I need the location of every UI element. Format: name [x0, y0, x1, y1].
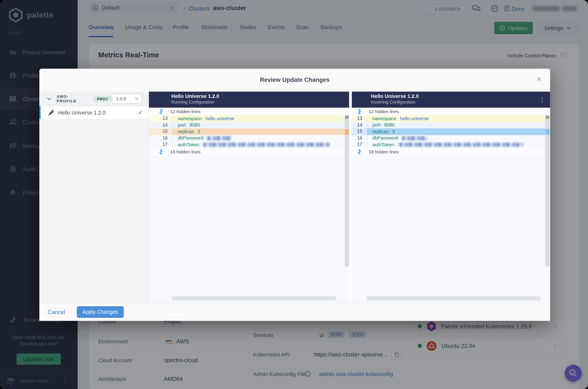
check-icon: ✓ [138, 110, 143, 116]
selected-indicator [39, 106, 40, 119]
modal-footer: Cancel Apply Changes [39, 302, 550, 321]
code-line: 16dbPassword: [352, 135, 550, 142]
horizontal-scrollbar[interactable] [172, 296, 336, 301]
scroll-marker [546, 116, 550, 119]
redacted-secret [402, 136, 428, 140]
hidden-lines-bottom[interactable]: 18 hidden lines [352, 148, 550, 156]
scroll-marker-added [546, 129, 550, 135]
scrollbar-thumb[interactable] [545, 115, 550, 267]
diff-area: Hello Universe 1.2.0 Running Configurati… [149, 92, 550, 302]
unfold-icon [159, 149, 164, 155]
hidden-lines-top[interactable]: 12 hidden lines [352, 108, 550, 115]
scroll-marker [345, 116, 349, 119]
profile-item-label: Hello Universe 1.2.0 [58, 110, 106, 116]
code-line: 13namespace:hello-universe [352, 115, 550, 122]
hidden-lines-top[interactable]: 12 hidden lines [149, 108, 349, 115]
code-line: 16dbPassword: [149, 135, 349, 142]
running-config-panel: Hello Universe 1.2.0 Running Configurati… [149, 92, 349, 302]
hidden-lines-bottom[interactable]: 18 hidden lines [149, 148, 349, 156]
scroll-marker-removed [345, 129, 349, 135]
modal-title: Review Update Changes [39, 76, 550, 83]
review-update-changes-modal: Review Update Changes ✕ AWS-PROFILE PROJ… [39, 69, 550, 321]
horizontal-scrollbar[interactable] [367, 296, 541, 301]
app-window: palette 4.4.19 Project Overview Profiles… [0, 0, 588, 389]
unfold-icon [357, 109, 362, 114]
rocket-icon [48, 109, 55, 116]
profile-panel-header: AWS-PROFILE PROJ 1.0.0 [39, 92, 148, 106]
cancel-button[interactable]: Cancel [48, 309, 65, 315]
profile-item-hello-universe[interactable]: Hello Universe 1.2.0 ✓ [39, 106, 148, 119]
unfold-icon [357, 149, 362, 155]
vertical-scrollbar[interactable] [545, 115, 550, 295]
unfold-icon [159, 109, 164, 114]
apply-changes-button[interactable]: Apply Changes [77, 306, 124, 318]
panel-title: Hello Universe 1.2.0 [171, 94, 349, 99]
profile-name: AWS-PROFILE [57, 94, 83, 103]
code-line-changed: 15replicas:3 [352, 129, 550, 135]
code-line-changed: 15replicas:2 [149, 129, 349, 135]
scrollbar-thumb[interactable] [345, 115, 349, 267]
redacted-secret [399, 143, 523, 147]
code-line: 14port:8080 [149, 122, 349, 129]
redacted-secret [207, 136, 232, 140]
code-line: 17authToken:' [352, 142, 550, 148]
code-line: 17authToken: [149, 142, 349, 148]
vertical-scrollbar[interactable] [345, 115, 349, 295]
incoming-config-panel: Hello Universe 1.2.0 Incoming Configurat… [352, 92, 550, 302]
panel-subtitle: Running Configuration [171, 100, 349, 104]
panel-subtitle: Incoming Configuration [371, 100, 550, 104]
running-config-header: Hello Universe 1.2.0 Running Configurati… [149, 92, 349, 108]
incoming-config-header: Hello Universe 1.2.0 Incoming Configurat… [352, 92, 550, 108]
scope-badge: PROJ [93, 96, 112, 102]
version-select[interactable]: 1.0.0 [112, 94, 142, 103]
panel-title: Hello Universe 1.2.0 [371, 94, 550, 99]
kebab-menu-icon[interactable]: ⋮ [539, 97, 545, 103]
chevron-down-icon [135, 97, 138, 100]
profile-panel: AWS-PROFILE PROJ 1.0.0 Hello Universe 1.… [39, 92, 149, 302]
redacted-secret [203, 143, 330, 147]
chevron-down-icon[interactable] [47, 97, 52, 100]
code-line: 14port:8080 [352, 122, 550, 129]
screen: palette 4.4.19 Project Overview Profiles… [0, 0, 588, 389]
code-line: 13namespace:hello-universe [149, 115, 349, 122]
close-icon[interactable]: ✕ [536, 75, 542, 83]
